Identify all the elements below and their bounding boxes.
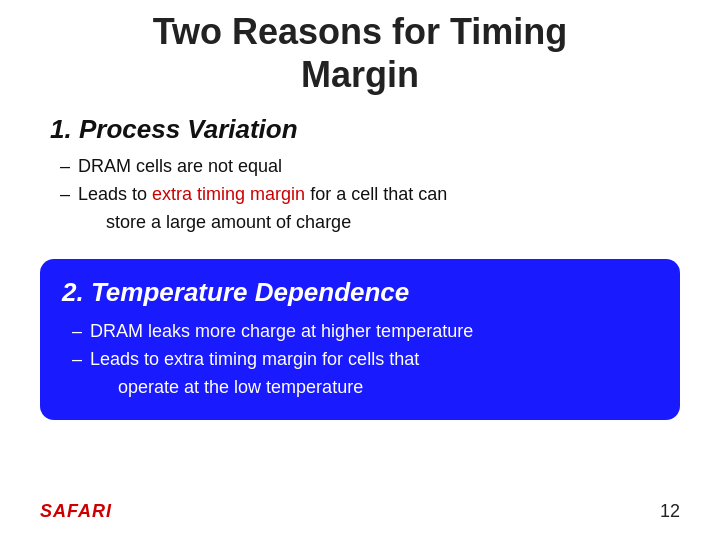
- section2-heading-text: Temperature Dependence: [91, 277, 409, 307]
- section2-num: 2.: [62, 277, 91, 307]
- page-number: 12: [660, 501, 680, 522]
- section2-bullet-2-text: Leads to extra timing margin for cells t…: [90, 349, 419, 397]
- section1-bullet-1-text: DRAM cells are not equal: [78, 156, 282, 176]
- section1-highlight: extra timing margin: [152, 184, 305, 204]
- section2-bullets: DRAM leaks more charge at higher tempera…: [62, 318, 658, 402]
- section2-heading: 2. Temperature Dependence: [62, 277, 658, 308]
- title-area: Two Reasons for Timing Margin: [40, 10, 680, 96]
- section2: 2. Temperature Dependence DRAM leaks mor…: [40, 259, 680, 420]
- title-line2: Margin: [40, 53, 680, 96]
- section1-bullet-2: Leads to extra timing margin for a cell …: [60, 181, 680, 237]
- section1-bullets: DRAM cells are not equal Leads to extra …: [50, 153, 680, 237]
- section1-bullet-1: DRAM cells are not equal: [60, 153, 680, 181]
- section2-bullet-2: Leads to extra timing margin for cells t…: [72, 346, 658, 402]
- section1-bullet-2-pre: Leads to: [78, 184, 152, 204]
- title-line1: Two Reasons for Timing: [40, 10, 680, 53]
- section1-heading-text: Process Variation: [79, 114, 298, 144]
- section1-heading: 1. Process Variation: [50, 114, 680, 145]
- section2-bullet-1: DRAM leaks more charge at higher tempera…: [72, 318, 658, 346]
- section2-bullet-1-text: DRAM leaks more charge at higher tempera…: [90, 321, 473, 341]
- section1: 1. Process Variation DRAM cells are not …: [40, 114, 680, 237]
- slide: Two Reasons for Timing Margin 1. Process…: [0, 0, 720, 540]
- safari-logo: SAFARI: [40, 501, 112, 522]
- footer: SAFARI 12: [40, 501, 680, 522]
- section1-num: 1.: [50, 114, 79, 144]
